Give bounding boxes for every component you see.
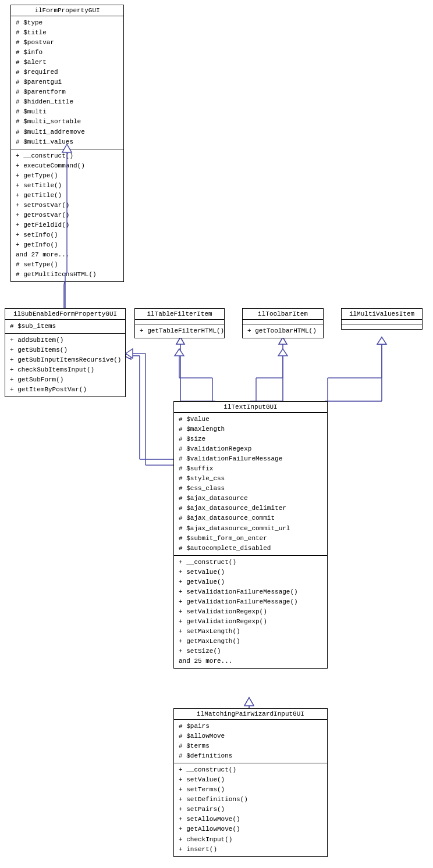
il-multi-values-item-attributes [342, 320, 422, 324]
svg-marker-26 [126, 349, 133, 358]
il-table-filter-item-attributes [135, 320, 224, 324]
il-toolbar-item-attributes [243, 320, 323, 324]
il-table-filter-item-box: ilTableFilterItem + getTableFilterHTML() [134, 308, 225, 338]
il-form-property-gui-title: ilFormPropertyGUI [11, 5, 123, 16]
il-table-filter-item-title: ilTableFilterItem [135, 309, 224, 320]
il-matching-pair-wizard-input-gui-box: ilMatchingPairWizardInputGUI # $pairs # … [173, 708, 328, 857]
diagram-container: ilFormPropertyGUI # $type # $title # $po… [0, 0, 433, 868]
il-text-input-gui-attributes: # $value # $maxlength # $size # $validat… [174, 413, 327, 556]
il-text-input-gui-methods: + __construct() + setValue() + getValue(… [174, 556, 327, 669]
il-multi-values-item-box: ilMultiValuesItem [341, 308, 423, 330]
il-text-input-gui-box: ilTextInputGUI # $value # $maxlength # $… [173, 401, 328, 669]
svg-marker-34 [278, 349, 288, 356]
il-matching-pair-methods: + __construct() + setValue() + setTerms(… [174, 763, 327, 856]
il-form-property-gui-box: ilFormPropertyGUI # $type # $title # $po… [10, 5, 124, 282]
il-text-input-gui-title: ilTextInputGUI [174, 402, 327, 413]
svg-marker-16 [378, 337, 386, 344]
il-sub-enabled-form-property-gui-box: ilSubEnabledFormPropertyGUI # $sub_items… [5, 308, 126, 397]
il-table-filter-item-methods: + getTableFilterHTML() [135, 324, 224, 338]
il-sub-enabled-methods: + addSubItem() + getSubItems() + getSubI… [5, 334, 125, 397]
il-matching-pair-title: ilMatchingPairWizardInputGUI [174, 709, 327, 720]
il-sub-enabled-title: ilSubEnabledFormPropertyGUI [5, 309, 125, 320]
il-sub-enabled-attributes: # $sub_items [5, 320, 125, 334]
svg-marker-18 [245, 698, 253, 705]
il-form-property-gui-methods: + __construct() + executeCommand() + get… [11, 149, 123, 282]
il-toolbar-item-title: ilToolbarItem [243, 309, 323, 320]
il-multi-values-item-methods [342, 324, 422, 329]
svg-marker-40 [244, 698, 254, 706]
il-toolbar-item-box: ilToolbarItem + getToolbarHTML() [242, 308, 324, 338]
il-form-property-gui-attributes: # $type # $title # $postvar # $info # $a… [11, 16, 123, 149]
svg-marker-38 [377, 337, 386, 344]
il-multi-values-item-title: ilMultiValuesItem [342, 309, 422, 320]
svg-marker-30 [175, 349, 184, 356]
il-matching-pair-attributes: # $pairs # $allowMove # $terms # $defini… [174, 720, 327, 763]
il-toolbar-item-methods: + getToolbarHTML() [243, 324, 323, 338]
